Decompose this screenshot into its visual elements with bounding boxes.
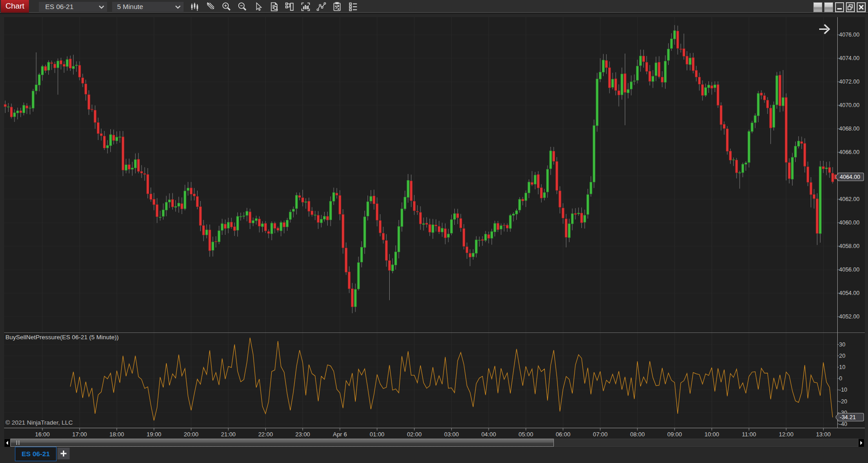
svg-text:-34.21: -34.21 <box>840 414 856 421</box>
svg-text:4074.00: 4074.00 <box>839 55 859 61</box>
svg-text:03:00: 03:00 <box>444 431 459 438</box>
svg-text:20:00: 20:00 <box>184 431 199 438</box>
svg-text:-10: -10 <box>839 387 847 393</box>
svg-text:-20: -20 <box>839 398 847 405</box>
svg-text:21:00: 21:00 <box>221 431 236 438</box>
svg-text:4058.00: 4058.00 <box>839 243 859 249</box>
svg-text:-40: -40 <box>839 421 847 427</box>
svg-text:05:00: 05:00 <box>519 431 533 438</box>
svg-text:11:00: 11:00 <box>742 431 756 438</box>
svg-text:04:00: 04:00 <box>481 431 496 438</box>
svg-text:22:00: 22:00 <box>258 431 273 438</box>
svg-text:4054.00: 4054.00 <box>839 290 859 296</box>
svg-text:20: 20 <box>839 353 845 359</box>
svg-text:4068.00: 4068.00 <box>839 126 859 132</box>
svg-text:© 2021 NinjaTrader, LLC: © 2021 NinjaTrader, LLC <box>5 419 73 426</box>
svg-text:4060.00: 4060.00 <box>839 220 859 226</box>
svg-text:18:00: 18:00 <box>109 431 124 438</box>
svg-text:10:00: 10:00 <box>704 431 719 438</box>
svg-text:Apr 6: Apr 6 <box>333 431 347 438</box>
svg-text:12:00: 12:00 <box>779 431 794 438</box>
svg-text:23:00: 23:00 <box>295 431 310 438</box>
svg-text:10: 10 <box>839 364 845 370</box>
svg-text:06:00: 06:00 <box>556 431 571 438</box>
svg-text:09:00: 09:00 <box>667 431 682 438</box>
svg-text:4066.00: 4066.00 <box>839 149 859 155</box>
svg-text:4072.00: 4072.00 <box>839 79 859 85</box>
svg-text:4064.00: 4064.00 <box>840 174 860 180</box>
svg-text:4056.00: 4056.00 <box>839 267 859 273</box>
svg-text:BuySellNetPressure(ES 06-21 (5: BuySellNetPressure(ES 06-21 (5 Minute)) <box>5 334 119 341</box>
svg-text:4062.00: 4062.00 <box>839 196 859 202</box>
svg-text:02:00: 02:00 <box>407 431 422 438</box>
svg-text:16:00: 16:00 <box>35 431 50 438</box>
svg-text:19:00: 19:00 <box>146 431 161 438</box>
svg-text:4076.00: 4076.00 <box>839 32 859 38</box>
svg-text:4070.00: 4070.00 <box>839 102 859 108</box>
svg-text:0: 0 <box>839 375 842 382</box>
svg-text:07:00: 07:00 <box>593 431 608 438</box>
svg-text:30: 30 <box>839 341 845 348</box>
svg-text:01:00: 01:00 <box>370 431 385 438</box>
svg-text:13:00: 13:00 <box>816 431 831 438</box>
svg-text:17:00: 17:00 <box>72 431 87 438</box>
svg-text:4052.00: 4052.00 <box>839 313 859 320</box>
svg-text:08:00: 08:00 <box>630 431 645 438</box>
